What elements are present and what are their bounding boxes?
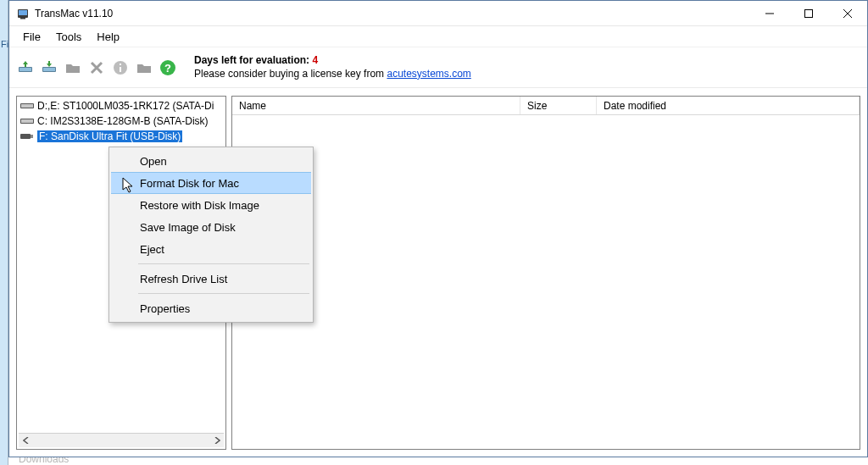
- file-list-header: Name Size Date modified: [232, 97, 860, 115]
- cm-restore-with-disk-image[interactable]: Restore with Disk Image: [111, 194, 311, 216]
- file-list-pane[interactable]: Name Size Date modified: [231, 96, 860, 450]
- svg-rect-9: [120, 67, 121, 72]
- new-folder-icon[interactable]: [133, 57, 155, 79]
- svg-rect-3: [805, 9, 813, 17]
- drive-label: D:,E: ST1000LM035-1RK172 (SATA-Di: [37, 100, 214, 112]
- cm-open[interactable]: Open: [111, 150, 311, 172]
- eval-days-label: Days left for evaluation:: [194, 54, 312, 66]
- info-icon[interactable]: [109, 57, 131, 79]
- svg-rect-14: [21, 104, 33, 108]
- svg-rect-5: [19, 68, 31, 71]
- cm-properties[interactable]: Properties: [111, 297, 311, 319]
- usb-icon: [20, 131, 34, 141]
- save-drive-icon[interactable]: [38, 57, 60, 79]
- context-menu-separator: [138, 293, 309, 294]
- open-drive-icon[interactable]: [14, 57, 36, 79]
- svg-rect-7: [43, 68, 55, 71]
- hdd-icon: [20, 116, 34, 126]
- menu-file[interactable]: File: [16, 27, 47, 47]
- drive-list: D:,E: ST1000LM035-1RK172 (SATA-Di C: IM2…: [17, 97, 225, 146]
- drive-item[interactable]: C: IM2S3138E-128GM-B (SATA-Disk): [17, 113, 225, 129]
- horizontal-scrollbar[interactable]: [19, 433, 224, 447]
- menubar: File Tools Help: [9, 26, 867, 47]
- cm-format-disk-for-mac[interactable]: Format Disk for Mac: [111, 172, 311, 194]
- hdd-icon: [20, 101, 34, 111]
- drive-item-selected[interactable]: F: SanDisk Ultra Fit (USB-Disk): [17, 129, 225, 144]
- svg-rect-2: [20, 18, 25, 19]
- eval-days-number: 4: [312, 54, 318, 66]
- eval-link[interactable]: acutesystems.com: [387, 68, 470, 80]
- drive-label: C: IM2S3138E-128GM-B (SATA-Disk): [37, 115, 209, 127]
- help-icon[interactable]: ?: [157, 57, 179, 79]
- other-window-strip: Fi: [0, 0, 8, 465]
- svg-rect-17: [20, 134, 31, 139]
- scroll-right-icon[interactable]: [209, 434, 224, 448]
- drive-label: F: SanDisk Ultra Fit (USB-Disk): [37, 130, 182, 142]
- svg-rect-18: [31, 135, 33, 138]
- menu-help[interactable]: Help: [90, 27, 126, 47]
- close-button[interactable]: [828, 1, 867, 26]
- svg-rect-1: [19, 10, 27, 15]
- toolbar: ? Days left for evaluation: 4 Please con…: [9, 47, 867, 88]
- column-date[interactable]: Date modified: [597, 97, 860, 114]
- context-menu: Open Format Disk for Mac Restore with Di…: [108, 147, 314, 323]
- folder-icon[interactable]: [62, 57, 84, 79]
- context-menu-separator: [138, 263, 309, 264]
- svg-text:?: ?: [164, 62, 171, 75]
- app-icon: [16, 7, 30, 20]
- scroll-left-icon[interactable]: [19, 434, 33, 448]
- minimize-button[interactable]: [750, 1, 789, 26]
- cm-save-image-of-disk[interactable]: Save Image of Disk: [111, 216, 311, 238]
- svg-rect-10: [120, 64, 121, 65]
- titlebar: TransMac v11.10: [9, 1, 867, 26]
- svg-rect-16: [21, 119, 33, 123]
- other-window-letter: Fi: [0, 0, 8, 49]
- cm-refresh-drive-list[interactable]: Refresh Drive List: [111, 268, 311, 290]
- menu-tools[interactable]: Tools: [49, 27, 88, 47]
- evaluation-notice: Days left for evaluation: 4 Please consi…: [194, 54, 471, 80]
- delete-icon[interactable]: [86, 57, 108, 79]
- drive-item[interactable]: D:,E: ST1000LM035-1RK172 (SATA-Di: [17, 98, 225, 113]
- column-size[interactable]: Size: [520, 97, 597, 114]
- column-name[interactable]: Name: [232, 97, 520, 114]
- maximize-button[interactable]: [789, 1, 828, 26]
- cm-eject[interactable]: Eject: [111, 238, 311, 260]
- app-window: TransMac v11.10 File Tools Help: [8, 0, 868, 457]
- window-title: TransMac v11.10: [35, 8, 113, 19]
- eval-please: Please consider buying a license key fro…: [194, 68, 387, 80]
